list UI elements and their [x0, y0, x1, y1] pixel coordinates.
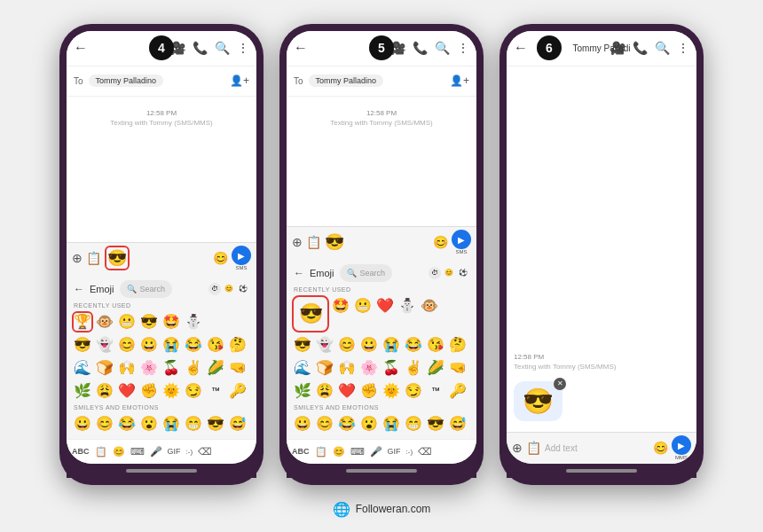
s2[interactable]: 😊 — [94, 413, 115, 434]
dot-3[interactable]: ⚽ — [237, 283, 249, 295]
add-text-placeholder-6[interactable]: Add text — [545, 443, 649, 453]
dot-5-2[interactable]: 😊 — [443, 267, 455, 279]
e9[interactable]: 🌊 — [72, 357, 93, 379]
search-icon-5[interactable]: 🔍 — [435, 41, 450, 55]
f11[interactable]: 🙌 — [336, 357, 358, 379]
g1[interactable]: 😀 — [292, 413, 313, 434]
emoji-grimace[interactable]: 😬 — [116, 311, 138, 332]
abc-5[interactable]: ABC — [292, 447, 310, 456]
f8[interactable]: 🤔 — [447, 334, 468, 356]
s6[interactable]: 😁 — [183, 413, 204, 434]
f16[interactable]: 🤜 — [447, 357, 468, 379]
e16[interactable]: 🤜 — [227, 357, 248, 379]
smiley-text-5[interactable]: :-) — [406, 448, 413, 456]
emoji-monkey-5[interactable]: 🐵 — [419, 295, 440, 317]
e6[interactable]: 😂 — [183, 334, 204, 356]
sms-send-4[interactable]: ▶ SMS — [232, 246, 251, 270]
emoji-icon-6[interactable]: 😊 — [653, 441, 668, 455]
f1[interactable]: 😎 — [292, 334, 313, 356]
backspace-5[interactable]: ⌫ — [418, 446, 432, 458]
emoji-selected-4[interactable]: 😎 — [105, 246, 130, 270]
back-arrow-4[interactable]: ← — [74, 40, 88, 56]
e4[interactable]: 😀 — [138, 334, 160, 356]
f18[interactable]: 😩 — [314, 380, 335, 402]
s4[interactable]: 😮 — [138, 413, 160, 434]
mic-5[interactable]: 🎤 — [370, 446, 382, 458]
dot-1[interactable]: ⏱ — [208, 283, 221, 295]
e21[interactable]: 🌞 — [161, 380, 182, 402]
bubble-close-6[interactable]: ✕ — [554, 378, 566, 390]
emoji-cool-large[interactable]: 😎 — [292, 295, 329, 332]
s1[interactable]: 😀 — [72, 413, 93, 434]
s8[interactable]: 😅 — [227, 413, 248, 434]
f13[interactable]: 🍒 — [381, 357, 402, 379]
send-icon-4[interactable]: ▶ — [232, 246, 251, 265]
more-icon-6[interactable]: ⋮ — [677, 41, 689, 55]
back-arrow-5[interactable]: ← — [294, 40, 308, 56]
g4[interactable]: 😮 — [358, 413, 380, 434]
f19[interactable]: ❤️ — [336, 380, 358, 402]
e11[interactable]: 🙌 — [116, 357, 138, 379]
add-icon-4[interactable]: ⊕ — [72, 251, 83, 265]
emoji-tab-5[interactable]: 😊 — [333, 446, 345, 458]
e20[interactable]: ✊ — [138, 380, 160, 402]
g2[interactable]: 😊 — [314, 413, 335, 434]
f10[interactable]: 🍞 — [314, 357, 335, 379]
f21[interactable]: 🌞 — [381, 380, 402, 402]
e12[interactable]: 🌸 — [138, 357, 160, 379]
emoji-snowman[interactable]: ⛄ — [183, 311, 204, 332]
g8[interactable]: 😅 — [447, 413, 468, 434]
clip-5[interactable]: 📋 — [315, 446, 327, 458]
e17[interactable]: 🌿 — [72, 380, 93, 402]
emoji-starstruck[interactable]: 🤩 — [161, 311, 182, 332]
dot-5-3[interactable]: ⚽ — [457, 267, 469, 279]
abc-4[interactable]: ABC — [72, 447, 90, 456]
copy-icon-5[interactable]: 📋 — [306, 235, 321, 249]
phone-icon-5[interactable]: 📞 — [413, 41, 428, 55]
emoji-snowman-5[interactable]: ⛄ — [397, 295, 418, 317]
e22[interactable]: 😏 — [183, 380, 204, 402]
more-icon-4[interactable]: ⋮ — [237, 41, 249, 55]
emoji-selected-5[interactable]: 😎 — [325, 232, 344, 252]
f3[interactable]: 😊 — [336, 334, 358, 356]
e8[interactable]: 🤔 — [227, 334, 248, 356]
copy-icon-4[interactable]: 📋 — [86, 251, 101, 265]
g7[interactable]: 😎 — [425, 413, 446, 434]
f23[interactable]: ™ — [425, 380, 446, 402]
f6[interactable]: 😂 — [403, 334, 424, 356]
emoji-monkey[interactable]: 🐵 — [94, 311, 115, 332]
f20[interactable]: ✊ — [358, 380, 380, 402]
e7[interactable]: 😘 — [205, 334, 226, 356]
e23[interactable]: ™ — [205, 380, 226, 402]
e15[interactable]: 🌽 — [205, 357, 226, 379]
sms-send-5[interactable]: ▶ SMS — [452, 230, 471, 254]
emoji-back-4[interactable]: ← — [74, 283, 84, 295]
e18[interactable]: 😩 — [94, 380, 115, 402]
search-icon-6[interactable]: 🔍 — [655, 41, 670, 55]
keyboard-4[interactable]: ⌨ — [130, 446, 145, 458]
emoji-search-5[interactable]: 🔍 Search — [340, 264, 393, 282]
backspace-4[interactable]: ⌫ — [198, 446, 212, 458]
g5[interactable]: 😭 — [381, 413, 402, 434]
emoji-back-5[interactable]: ← — [294, 267, 304, 279]
phone-icon-6[interactable]: 📞 — [633, 41, 648, 55]
mic-4[interactable]: 🎤 — [150, 446, 162, 458]
f7[interactable]: 😘 — [425, 334, 446, 356]
add-icon-6[interactable]: ⊕ — [512, 441, 523, 455]
send-icon-5[interactable]: ▶ — [452, 230, 471, 249]
g3[interactable]: 😂 — [336, 413, 358, 434]
emoji-icon-4[interactable]: 😊 — [213, 251, 228, 265]
emoji-tab-4[interactable]: 😊 — [113, 446, 125, 458]
f12[interactable]: 🌸 — [358, 357, 380, 379]
e10[interactable]: 🍞 — [94, 357, 115, 379]
g6[interactable]: 😁 — [403, 413, 424, 434]
more-icon-5[interactable]: ⋮ — [457, 41, 469, 55]
smiley-text-4[interactable]: :-) — [186, 448, 193, 456]
sms-send-6[interactable]: ▶ MMS — [672, 435, 691, 460]
e5[interactable]: 😭 — [161, 334, 182, 356]
emoji-search-4[interactable]: 🔍 Search — [120, 280, 173, 298]
copy-icon-6[interactable]: 📋 — [526, 441, 541, 455]
search-icon-4[interactable]: 🔍 — [215, 41, 230, 55]
f15[interactable]: 🌽 — [425, 357, 446, 379]
s5[interactable]: 😭 — [161, 413, 182, 434]
